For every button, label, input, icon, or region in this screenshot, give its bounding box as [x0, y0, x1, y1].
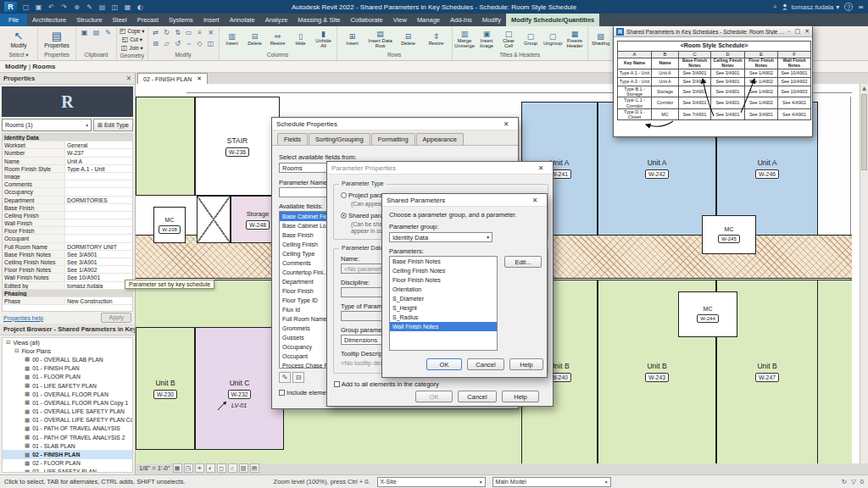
column-header[interactable]: Floor Finish Notes — [745, 58, 778, 69]
property-row[interactable]: NumberW-237 — [3, 149, 132, 157]
view-control-icon[interactable]: ☀ — [195, 463, 204, 473]
property-row[interactable]: Ceiling Finish NotesSee 3/A901 — [3, 258, 132, 266]
shared-parameters-dialog[interactable]: Shared Parameters ✕ Choose a parameter g… — [381, 193, 548, 378]
view-tab-finish-plan[interactable]: 02 - FINISH PLAN ✕ — [137, 73, 208, 84]
view-control-icon[interactable]: ▦ — [173, 463, 182, 473]
menu-icon[interactable]: ≡ — [858, 3, 864, 11]
close-icon[interactable]: ✕ — [804, 28, 810, 35]
quick-access-icon[interactable]: ⊕ — [72, 3, 81, 11]
checkbox-icon[interactable] — [334, 381, 340, 387]
titles-tool[interactable]: ▥Merge Unmerge — [455, 30, 475, 49]
clipboard-tool-icon[interactable]: ▣ — [79, 29, 90, 36]
modify-tool-icon[interactable]: ✕ — [206, 29, 216, 39]
scrollbar-thumb[interactable] — [861, 94, 867, 170]
parameter-item[interactable]: S_Height — [390, 303, 497, 313]
geometry-tool[interactable]: ◫Join ▾ — [121, 44, 143, 52]
property-row[interactable]: Identity Data — [3, 134, 132, 141]
ribbon-tab[interactable]: Steel — [108, 14, 132, 26]
view-scale[interactable]: 1/8" = 1'-0" — [139, 464, 170, 472]
workset-dropdown[interactable]: X-Site▾ — [377, 477, 486, 487]
close-icon[interactable]: ✕ — [533, 164, 548, 172]
titles-tool[interactable]: ▣Insert Image — [477, 30, 497, 49]
clipboard-tool-icon[interactable]: ✎ — [103, 29, 114, 36]
maximize-icon[interactable]: ▢ — [795, 28, 801, 35]
quick-access-icon[interactable]: ✎ — [85, 3, 94, 11]
modify-tool-icon[interactable]: ↺ — [173, 40, 183, 50]
parameter-item[interactable]: Wall Finish Notes — [390, 322, 497, 331]
ribbon-tab[interactable]: Precast — [132, 14, 164, 26]
radio-icon[interactable] — [341, 192, 347, 198]
add-to-all-checkbox[interactable]: Add to all elements in the category — [334, 380, 439, 388]
search-icon[interactable]: ⌕ — [773, 3, 776, 11]
ribbon-tab[interactable]: Structure — [71, 14, 107, 26]
schedule-window[interactable]: R Shared Parameters in Key Schedules - S… — [613, 25, 813, 137]
radio-icon[interactable] — [341, 213, 347, 219]
property-row[interactable]: Image — [3, 173, 132, 180]
tree-item[interactable]: ▦02 - FINISH PLAN — [3, 450, 132, 458]
rows-tool[interactable]: ⊞Insert — [340, 32, 365, 46]
type-selector-dropdown[interactable]: Rooms (1)▾ — [2, 119, 92, 131]
cancel-button[interactable]: Cancel — [467, 358, 504, 370]
quick-access-icon[interactable]: ▦ — [123, 3, 132, 11]
minimize-icon[interactable]: – — [787, 28, 791, 35]
parameter-item[interactable]: Base Finish Notes — [390, 257, 497, 266]
dialog-tab[interactable]: Fields — [277, 133, 308, 145]
tab-file[interactable]: File — [0, 14, 27, 26]
properties-help-link[interactable]: Properties help — [3, 315, 43, 321]
rows-tool[interactable]: ⇕Resize — [424, 32, 449, 46]
titles-tool[interactable]: □Clear Cell — [499, 30, 519, 49]
ribbon-tab[interactable]: Insert — [198, 14, 225, 26]
view-control-icon[interactable]: ◐ — [206, 463, 215, 473]
clipboard-tool-icon[interactable]: ▤ — [91, 29, 102, 36]
ribbon-tab[interactable]: Modify — [477, 14, 506, 26]
vertical-scrollbar[interactable]: ▲ — [860, 84, 868, 463]
room-style-schedule-table[interactable]: <Room Style Schedule> ABCDEF Key NameNam… — [617, 41, 811, 120]
column-letter[interactable]: E — [745, 52, 778, 58]
tree-item[interactable]: ⊟Views (all) — [3, 338, 132, 347]
column-letter[interactable]: F — [778, 52, 811, 58]
rows-tool[interactable]: ▤Insert Data Row — [368, 30, 393, 49]
parameter-item[interactable]: Orientation — [390, 285, 497, 294]
tree-item[interactable]: ▦01 - PATH OF TRAVEL ANALYSIS 2 — [3, 433, 132, 441]
ribbon-tab[interactable]: Systems — [164, 14, 198, 26]
ok-button[interactable]: OK — [426, 358, 462, 370]
tree-item[interactable]: ▦01 - OVERALL LIFE SAFETY PLAN — [3, 408, 132, 416]
appearance-tool[interactable]: ▨Shading — [591, 32, 611, 46]
modify-tool-icon[interactable]: ▱ — [162, 40, 172, 50]
room-stair[interactable]: STAIRW-236 — [195, 97, 280, 196]
modify-tool-icon[interactable]: ⇔ — [184, 40, 194, 50]
ribbon-tab[interactable]: Collaborate — [345, 14, 387, 26]
tree-item[interactable]: ▦01 - FLOOR PLAN — [3, 373, 132, 381]
revit-logo-icon[interactable]: R — [4, 2, 17, 12]
tree-item[interactable]: ▦01 - PATH OF TRAVEL ANALYSIS — [3, 424, 132, 433]
tab-modify-schedule-quantities[interactable]: Modify Schedule/Quantities — [506, 14, 599, 26]
quick-access-icon[interactable]: ◐ — [136, 3, 145, 11]
property-row[interactable]: Room Finish StyleType A.1 - Unit — [3, 165, 132, 173]
room-mc[interactable]: MCW-244 — [678, 291, 737, 337]
columns-tool[interactable]: ⇔Resize — [268, 32, 288, 46]
property-row[interactable]: Phasing — [3, 290, 132, 297]
dialog-tab[interactable]: Appearance — [416, 133, 464, 145]
property-row[interactable]: Base Finish — [3, 204, 132, 212]
tree-item[interactable]: ▦02 - FLOOR PLAN — [3, 459, 132, 468]
help-button[interactable]: Help — [502, 391, 539, 402]
quick-access-icon[interactable]: ↷ — [59, 3, 69, 11]
columns-tool[interactable]: ⊟Delete — [245, 32, 265, 46]
property-row[interactable]: Wall Finish NotesSee 10/A901 — [3, 274, 132, 281]
schedule-row[interactable]: Type B.1 - StorageStorageSee 3/A901 See … — [618, 86, 811, 97]
modify-tool-icon[interactable]: ≡ — [195, 29, 205, 39]
parameter-item[interactable]: S_Radius — [390, 313, 497, 322]
column-letter[interactable]: D — [711, 52, 745, 58]
schedule-row[interactable]: Type C.1 - CorridorCorridorSee 3/A901 Se… — [618, 97, 811, 108]
ribbon-tab[interactable]: Manage — [412, 14, 445, 26]
cancel-button[interactable]: Cancel — [458, 391, 497, 402]
property-row[interactable]: WorksetGeneral — [3, 141, 132, 149]
tree-item[interactable]: ▦01 - FINISH PLAN — [3, 364, 132, 373]
column-header[interactable]: Name — [652, 58, 679, 69]
help-icon[interactable]: ? — [844, 3, 853, 11]
modify-tool-icon[interactable]: ▭ — [184, 29, 194, 39]
schedule-row[interactable]: Type D.1 - ClosetMCSee 7/A901 See 3/A901… — [618, 108, 811, 119]
column-header[interactable]: Wall Finish Notes — [778, 58, 811, 69]
schedule-row[interactable]: Type A.3 - UnitUnit ASee 3/A901 See 3/A9… — [618, 77, 811, 86]
property-row[interactable]: Edited bytomasz.fudala — [3, 282, 132, 290]
